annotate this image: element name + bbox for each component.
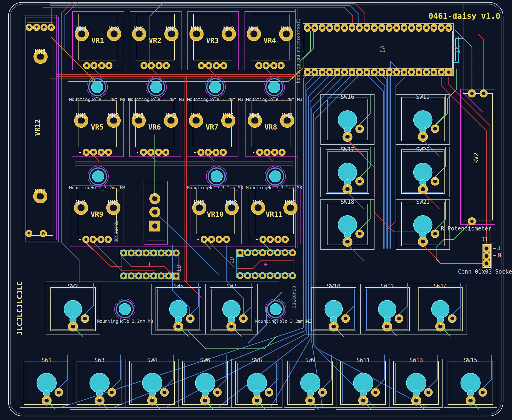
pcb-drawing[interactable]: MH1MH2VR1-MH1MH2VR2-MH1MH2VR3-MH1MH2VR4-… — [0, 0, 512, 420]
pad[interactable]: 26 — [341, 24, 348, 32]
pad[interactable] — [205, 62, 212, 69]
switch-stem-hole[interactable] — [90, 373, 109, 393]
pad[interactable]: 19 — [312, 68, 318, 76]
pad[interactable]: 21 — [304, 24, 310, 32]
trace-red[interactable] — [43, 7, 353, 22]
trace[interactable] — [435, 200, 446, 230]
pad[interactable] — [223, 236, 230, 243]
switch-stem-hole[interactable] — [431, 300, 449, 318]
footprint-sw15[interactable]: SW1512 — [444, 355, 497, 409]
pad[interactable] — [271, 62, 277, 69]
pad[interactable]: 22 — [312, 24, 318, 32]
trace[interactable] — [243, 284, 252, 314]
pad[interactable]: 27 — [349, 24, 355, 32]
pad[interactable]: 12 — [364, 68, 370, 76]
footprint-sw5[interactable]: SW512 — [151, 283, 205, 336]
pad[interactable] — [205, 149, 211, 156]
mounting-hole[interactable]: MountingHole_3.2mm_M3 — [69, 166, 125, 190]
switch-stem-hole[interactable] — [37, 373, 56, 393]
footprint-u2[interactable]: U2 — [229, 249, 296, 279]
trace[interactable] — [435, 147, 446, 177]
pad[interactable]: 37 — [423, 24, 430, 32]
pad[interactable] — [208, 236, 215, 243]
hole-drill[interactable] — [92, 171, 104, 182]
hole-drill[interactable] — [91, 81, 103, 93]
mounting-hole[interactable]: MountingHole_3.2mm_M3 — [187, 77, 243, 102]
footprint-vr10[interactable]: MH1MH2VR10- — [190, 185, 241, 249]
pad[interactable]: 13 — [356, 68, 363, 76]
trace-red[interactable] — [86, 243, 122, 266]
switch-stem-hole[interactable] — [414, 111, 432, 129]
pad[interactable] — [274, 272, 281, 279]
pad[interactable] — [213, 62, 220, 69]
pad[interactable] — [275, 236, 281, 243]
trace[interactable] — [151, 156, 156, 161]
pad[interactable] — [468, 218, 476, 225]
pad[interactable] — [220, 62, 227, 69]
trace[interactable] — [483, 355, 492, 388]
pad[interactable] — [141, 62, 147, 69]
hole-drill[interactable] — [150, 81, 162, 93]
pad[interactable] — [220, 149, 226, 156]
footprint-vr6[interactable]: MH1MH2VR6- — [130, 98, 181, 161]
switch-stem-hole[interactable] — [64, 300, 82, 318]
switch-stem-hole[interactable] — [353, 373, 373, 393]
footprint-a1-daisy-socket[interactable]: 2120221923182417251626152714281329123011… — [295, 18, 463, 83]
pad[interactable]: 36 — [416, 24, 422, 32]
pad[interactable] — [282, 236, 289, 243]
switch-stem-hole[interactable] — [338, 216, 357, 234]
trace[interactable] — [267, 156, 273, 161]
pad[interactable] — [252, 249, 258, 256]
pad[interactable]: 5 — [416, 68, 422, 76]
footprint-vr11[interactable]: MH1MH2VR11- — [249, 185, 300, 249]
hole-drill[interactable] — [119, 303, 131, 315]
pad[interactable] — [271, 149, 278, 156]
pad[interactable] — [156, 62, 162, 69]
pad[interactable] — [480, 90, 487, 97]
pad[interactable] — [91, 62, 97, 69]
trace-red[interactable] — [441, 77, 486, 245]
switch-stem-hole[interactable] — [461, 373, 480, 393]
pad[interactable] — [244, 272, 251, 279]
pad[interactable] — [98, 62, 105, 69]
pad[interactable]: 3 — [431, 68, 437, 76]
trace[interactable] — [349, 246, 364, 261]
pad[interactable]: 28 — [356, 24, 363, 32]
pad[interactable]: 10 — [379, 68, 385, 76]
trace-bundle-blue[interactable] — [390, 61, 404, 248]
pad[interactable] — [120, 273, 127, 279]
trace[interactable] — [112, 355, 121, 388]
pad[interactable] — [163, 149, 169, 156]
pad[interactable] — [259, 249, 266, 256]
pad[interactable]: 8 — [393, 68, 400, 76]
pad[interactable] — [105, 149, 112, 156]
pad[interactable] — [143, 273, 149, 279]
pad[interactable] — [289, 249, 296, 256]
pad[interactable] — [90, 236, 96, 243]
pad[interactable]: 33 — [393, 24, 400, 32]
pad[interactable] — [201, 236, 208, 243]
mounting-hole[interactable]: MountingHole_3.2mm_M3 — [187, 166, 243, 190]
trace[interactable] — [190, 284, 199, 314]
footprint-sw6[interactable]: SW612 — [179, 355, 232, 409]
trace[interactable] — [93, 156, 99, 161]
trace[interactable] — [399, 284, 408, 314]
pcb-editor-canvas[interactable]: MH1MH2VR1-MH1MH2VR2-MH1MH2VR3-MH1MH2VR4-… — [0, 0, 512, 420]
footprint-sw14[interactable]: SW1412 — [414, 283, 467, 336]
switch-stem-hole[interactable] — [247, 373, 267, 393]
switch-stem-hole[interactable] — [142, 373, 162, 393]
footprint-sw7[interactable]: SW712 — [205, 283, 257, 336]
switch-stem-hole[interactable] — [301, 373, 320, 393]
pad[interactable] — [150, 250, 157, 256]
pad[interactable] — [264, 149, 270, 156]
trace-red[interactable] — [50, 4, 365, 22]
footprint-vr1[interactable]: MH1MH2VR1- — [73, 11, 124, 75]
pad[interactable] — [106, 62, 112, 69]
mounting-hole[interactable]: MountingHole_3.2mm_M3 — [255, 299, 312, 324]
trace[interactable] — [208, 156, 214, 161]
pad[interactable] — [98, 236, 104, 243]
switch-stem-hole[interactable] — [223, 300, 240, 318]
pad[interactable] — [267, 272, 273, 279]
pad[interactable] — [90, 149, 97, 156]
hole-drill[interactable] — [211, 171, 223, 182]
